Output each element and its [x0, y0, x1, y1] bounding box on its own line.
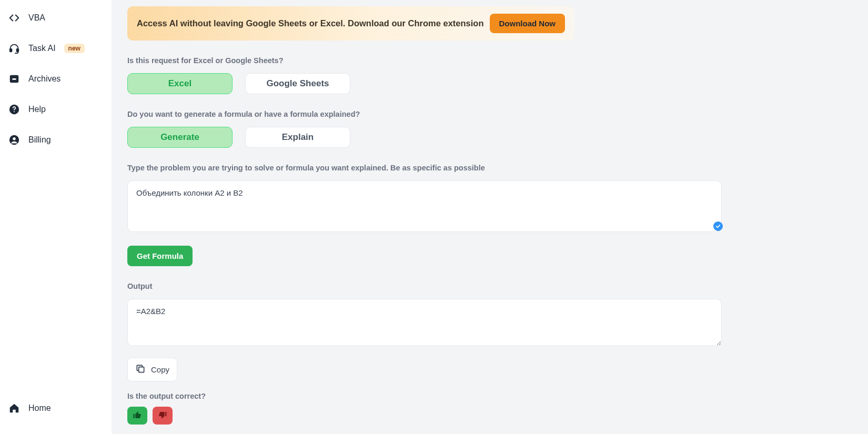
thumbs-up-icon [133, 410, 142, 421]
user-circle-icon [8, 134, 20, 146]
sidebar-item-label: Billing [28, 135, 51, 145]
sidebar-item-label: VBA [28, 13, 45, 23]
sidebar-item-billing[interactable]: Billing [0, 125, 112, 155]
mode-question-label: Do you want to generate a formula or hav… [127, 110, 852, 118]
thumbs-down-icon [158, 410, 167, 421]
home-icon [8, 402, 20, 414]
svg-rect-0 [10, 49, 12, 52]
output-label: Output [127, 282, 852, 290]
validated-check-icon [713, 221, 723, 231]
copy-button[interactable]: Copy [127, 358, 177, 381]
platform-excel-button[interactable]: Excel [127, 73, 233, 94]
download-now-button[interactable]: Download Now [490, 14, 566, 33]
headset-icon [8, 43, 20, 54]
mode-generate-button[interactable]: Generate [127, 127, 233, 148]
help-icon [8, 104, 20, 115]
sidebar-item-vba[interactable]: VBA [0, 3, 112, 33]
sidebar-item-label: Archives [28, 74, 60, 84]
thumbs-down-button[interactable] [153, 407, 173, 425]
sidebar-item-home[interactable]: Home [0, 393, 112, 423]
thumbs-up-button[interactable] [127, 407, 147, 425]
extension-banner: Access AI without leaving Google Sheets … [127, 6, 574, 41]
code-icon [8, 12, 20, 24]
sidebar-item-label: Home [28, 403, 51, 413]
svg-rect-8 [139, 367, 144, 372]
main-content: Access AI without leaving Google Sheets … [112, 0, 868, 434]
new-badge: new [64, 44, 85, 53]
output-area[interactable] [127, 299, 722, 346]
banner-text: Access AI without leaving Google Sheets … [137, 18, 484, 28]
svg-point-5 [14, 111, 15, 112]
sidebar-item-label: Help [28, 105, 46, 114]
problem-input[interactable] [127, 180, 722, 232]
sidebar-item-help[interactable]: Help [0, 94, 112, 125]
sidebar-item-task-ai[interactable]: Task AI new [0, 33, 112, 64]
svg-rect-3 [12, 78, 16, 80]
mode-explain-button[interactable]: Explain [245, 127, 350, 148]
platform-question-label: Is this request for Excel or Google Shee… [127, 56, 852, 65]
copy-label: Copy [151, 365, 169, 374]
svg-point-7 [13, 137, 16, 140]
platform-sheets-button[interactable]: Google Sheets [245, 73, 350, 94]
input-label: Type the problem you are trying to solve… [127, 164, 852, 172]
sidebar-item-archives[interactable]: Archives [0, 64, 112, 94]
archive-icon [8, 73, 20, 85]
feedback-label: Is the output correct? [127, 392, 852, 400]
sidebar-item-label: Task AI [28, 44, 56, 53]
sidebar: VBA Task AI new Archives Help Bill [0, 0, 112, 434]
copy-icon [135, 364, 146, 376]
get-formula-button[interactable]: Get Formula [127, 246, 193, 266]
